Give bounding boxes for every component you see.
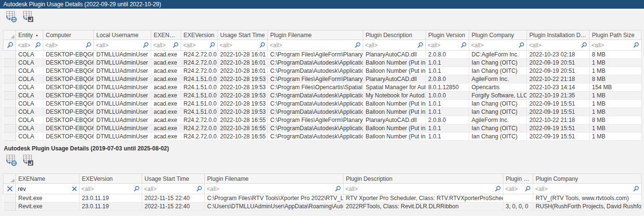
- column-header-exe-name[interactable]: EXEName: [16, 174, 79, 184]
- filter-value[interactable]: <all>: [270, 42, 282, 49]
- cell-plugin-company[interactable]: RTV_(RTV Tools, www.rtvtools.com): [533, 194, 642, 202]
- cell-plugin-version[interactable]: 1.0.1: [426, 59, 469, 67]
- cell-plugin-installation-date[interactable]: 2022-09-19 15:51: [527, 100, 590, 108]
- cell-plugin-company[interactable]: RUSH(RushForth Projects, David Rushforth…: [533, 202, 642, 211]
- search-icon[interactable]: [143, 42, 149, 48]
- filter-cell-computer[interactable]: <all>: [43, 40, 94, 51]
- cell-plugin-company[interactable]: Ian Chang (OITC): [469, 124, 527, 133]
- filter-cell-exe-version[interactable]: <all>: [181, 40, 218, 51]
- cell-plugin-installation-date[interactable]: 2022-10-19 21:35: [527, 92, 590, 100]
- cell-plugin-filename[interactable]: C:\ProgramData\Autodesk\Applicatio...: [268, 124, 363, 133]
- search-icon[interactable]: [35, 42, 41, 48]
- cell-exe-version[interactable]: R24.2.72.0.0: [181, 67, 218, 75]
- cell-plugin-version[interactable]: 1.0.1: [426, 67, 469, 75]
- cell-local-username[interactable]: DTMLLUAdminUser: [94, 59, 151, 67]
- cell-plugin-description[interactable]: Balloon Number (Put in ...: [363, 100, 426, 108]
- cell-plugin-filename[interactable]: C:\ProgramData\Autodesk\Applicatio...: [268, 67, 363, 75]
- filter-value[interactable]: <all>: [365, 42, 378, 49]
- filter-cell-plugin-version[interactable]: <all>: [503, 184, 533, 194]
- cell-plugin-filename[interactable]: C:\Program Files\AgileForm\Planary fo...: [268, 116, 363, 124]
- cell-plugin-filename[interactable]: C:\ProgramData\Autodesk\Applicatio...: [268, 108, 363, 116]
- filter-cell-plugin-company[interactable]: <all>: [469, 40, 527, 51]
- cell-plugin-installation-date[interactable]: 2022-10-23 14:14: [527, 83, 590, 92]
- cell-exe-version[interactable]: R24.2.72.0.0: [181, 59, 218, 67]
- cell-plugin-installation-date[interactable]: 2022-09-19 20:51: [527, 67, 590, 75]
- cell-plugin-company[interactable]: Ian Chang (OITC): [469, 100, 527, 108]
- row-indicator[interactable]: [3, 75, 16, 83]
- cell-exe-name[interactable]: acad.exe: [151, 116, 181, 124]
- cell-exe-name[interactable]: Revit.exe: [16, 202, 79, 211]
- cell-plugin-version[interactable]: 2.0.8.0: [426, 116, 469, 124]
- clear-filter-icon[interactable]: [7, 186, 13, 192]
- cell-plugin-installation-date[interactable]: 2022-09-19 15:51: [527, 133, 590, 141]
- cell-exe-version[interactable]: R24.1.51.0.0: [181, 83, 218, 92]
- cell-plugin-filename[interactable]: C:\ProgramData\Autodesk\Applicatio...: [268, 59, 363, 67]
- filter-value[interactable]: <all>: [471, 42, 484, 49]
- filter-cell-exe-name[interactable]: <all>: [151, 40, 181, 51]
- row-indicator[interactable]: [3, 124, 16, 133]
- filter-cell-plugin-description[interactable]: <all>: [363, 40, 426, 51]
- cell-usage-start-time[interactable]: 2022-10-28 19:53: [218, 108, 268, 116]
- column-header-entity[interactable]: Entity▲: [16, 30, 43, 40]
- cell-plugin-version[interactable]: 2.0.8.0: [426, 75, 469, 83]
- filter-indicator-cell[interactable]: [3, 184, 16, 194]
- cell-local-username[interactable]: DTMLLUAdminUser: [94, 75, 151, 83]
- search-icon[interactable]: [581, 42, 587, 48]
- cell-plugin-version[interactable]: 1.0.1: [426, 100, 469, 108]
- cell-plugin-description[interactable]: PlanaryAutoCAD.dll: [363, 75, 426, 83]
- column-header-usage-start-time[interactable]: Usage Start Time: [218, 30, 268, 40]
- filter-cell-plugin-filename[interactable]: <all>: [205, 184, 343, 194]
- cell-local-username[interactable]: DTMLLUAdminUser: [94, 133, 151, 141]
- cell-plugin-version[interactable]: 1.0.1: [426, 108, 469, 116]
- filter-cell-entity[interactable]: <all>: [16, 40, 43, 51]
- filter-value[interactable]: rev: [18, 186, 26, 192]
- cell-plugin-company[interactable]: DC:AgileForm Inc.: [469, 51, 527, 59]
- cell-plugin-path-size[interactable]: 1 MB: [590, 124, 642, 133]
- cell-entity[interactable]: COLA: [16, 75, 43, 83]
- cell-plugin-description[interactable]: PlanaryAutoCAD.dll: [363, 51, 426, 59]
- filter-value[interactable]: <all>: [207, 186, 219, 192]
- row-indicator[interactable]: [3, 133, 16, 141]
- cell-usage-start-time[interactable]: 2022-10-28 16:01: [218, 67, 268, 75]
- cell-plugin-version[interactable]: 2.0.8.0: [426, 51, 469, 59]
- cell-plugin-version[interactable]: [503, 194, 533, 202]
- cell-plugin-company[interactable]: Forgify Software, LLC....: [469, 92, 527, 100]
- column-header-plugin-version[interactable]: Plugin Ver...: [503, 174, 533, 184]
- cell-computer[interactable]: DESKTOP-EBQG6...: [43, 67, 94, 75]
- cell-plugin-version[interactable]: 1.0.0.0: [426, 92, 469, 100]
- cell-plugin-installation-date[interactable]: 2022-09-19 15:51: [527, 108, 590, 116]
- filter-value[interactable]: <all>: [96, 42, 108, 49]
- clear-filter-icon[interactable]: [72, 186, 77, 191]
- cell-plugin-company[interactable]: Ian Chang (OITC): [469, 108, 527, 116]
- column-header-plugin-description[interactable]: Plugin Description: [343, 174, 503, 184]
- cell-entity[interactable]: COLA: [16, 67, 43, 75]
- cell-exe-name[interactable]: acad.exe: [151, 67, 181, 75]
- filter-value[interactable]: <all>: [183, 42, 196, 49]
- cell-exe-name[interactable]: Revit.exe: [16, 194, 79, 202]
- cell-usage-start-time[interactable]: 2022-10-28 19:53: [218, 75, 268, 83]
- row-indicator[interactable]: [3, 100, 16, 108]
- search-icon[interactable]: [196, 186, 202, 192]
- export-data-button[interactable]: [21, 154, 35, 167]
- filter-value[interactable]: <all>: [591, 42, 604, 49]
- cell-local-username[interactable]: DTMLLUAdminUser: [94, 92, 151, 100]
- cell-plugin-description[interactable]: Balloon Number (Put in ...: [363, 108, 426, 116]
- row-indicator[interactable]: [3, 92, 16, 100]
- filter-cell-exe-name[interactable]: rev: [16, 184, 79, 194]
- cell-entity[interactable]: COLA: [16, 59, 43, 67]
- cell-plugin-filename[interactable]: C:\ProgramData\Autodesk\Applicatio...: [268, 92, 363, 100]
- column-header-plugin-description[interactable]: Plugin Description: [363, 30, 426, 40]
- cell-computer[interactable]: DESKTOP-EBQG6...: [43, 92, 94, 100]
- cell-usage-start-time[interactable]: 2022-10-28 16:55: [218, 116, 268, 124]
- cell-local-username[interactable]: DTMLLUAdminUser: [94, 67, 151, 75]
- cell-computer[interactable]: DESKTOP-EBQG6...: [43, 108, 94, 116]
- cell-usage-start-time[interactable]: 2022-10-28 16:55: [218, 133, 268, 141]
- column-header-usage-start-time[interactable]: Usage Start Time: [142, 174, 205, 184]
- cell-plugin-path-size[interactable]: 1 MB: [590, 59, 642, 67]
- cell-exe-version[interactable]: 23.0.11.19: [79, 202, 142, 211]
- column-header-local-username[interactable]: Local Username: [94, 30, 151, 40]
- cell-entity[interactable]: COLA: [16, 108, 43, 116]
- search-icon[interactable]: [633, 186, 639, 192]
- cell-plugin-description[interactable]: PlanaryAutoCAD.dll: [363, 116, 426, 124]
- cell-plugin-path-size[interactable]: 1 MB: [590, 92, 642, 100]
